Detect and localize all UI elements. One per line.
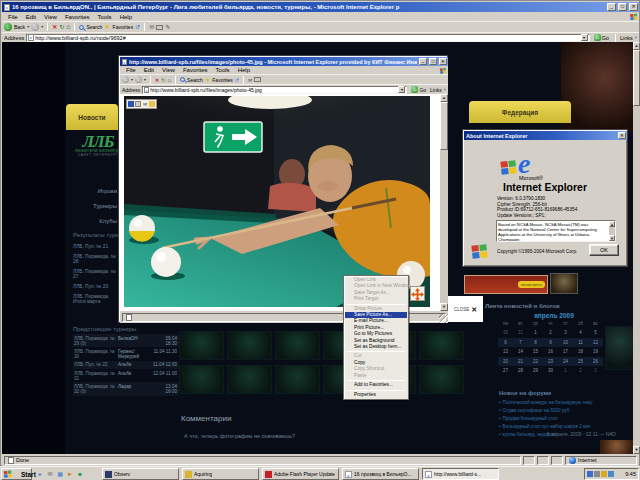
calendar-day[interactable]: 1 — [528, 328, 543, 338]
forum-topic-link[interactable]: •куплю бильярд, недорого — [499, 432, 617, 437]
close-button[interactable]: ✕ — [618, 132, 626, 139]
main-scrollbar[interactable]: ▲ ▼ — [633, 42, 640, 454]
calendar-day[interactable]: 22 — [528, 357, 543, 367]
search-icon[interactable] — [180, 77, 185, 82]
calendar-day[interactable]: 8 — [528, 338, 543, 348]
calendar-day[interactable]: 10 — [558, 338, 573, 348]
menu-item-help[interactable]: Help — [116, 14, 136, 20]
refresh-icon[interactable]: ↻ — [59, 24, 64, 30]
address-dropdown-icon[interactable]: ▾ — [581, 34, 588, 41]
menu-item-view[interactable]: View — [158, 67, 179, 73]
history-icon[interactable]: ↺ — [135, 24, 140, 30]
forward-icon[interactable]: → — [135, 76, 142, 83]
minimize-button[interactable]: _ — [419, 58, 427, 65]
calendar-day[interactable]: 24 — [558, 357, 573, 367]
print-icon[interactable] — [254, 77, 261, 82]
taskbar-task[interactable]: ehttp://www.billiard-s... — [422, 468, 499, 480]
close-button[interactable]: ✕ — [629, 3, 638, 11]
taskbar-task[interactable]: e16 прозвищ в БильярО... — [342, 468, 419, 480]
forum-topic-link[interactable]: •Поэтический конкурс на бильярдную тему — [499, 400, 617, 405]
address-input[interactable] — [35, 34, 579, 41]
menu-item-edit[interactable]: Edit — [22, 14, 40, 20]
mail-icon[interactable]: ✉ — [46, 469, 54, 479]
calendar-day[interactable]: 23 — [543, 357, 558, 367]
tournament-link[interactable]: ЛЛБ. Пул. № 22 — [74, 362, 116, 367]
calendar-day[interactable]: 31 — [513, 328, 528, 338]
security-lock-icon[interactable] — [601, 471, 607, 477]
home-icon[interactable]: ⌂ — [167, 77, 171, 83]
expand-image-icon[interactable] — [410, 286, 425, 301]
calendar-day[interactable]: 18 — [573, 347, 588, 357]
forum-topic-link[interactable]: •Бильярдный стол пул набор шаров 2 кия — [499, 424, 617, 429]
scroll-down-icon[interactable]: ▼ — [609, 235, 615, 241]
photo-thumbnail[interactable] — [227, 365, 272, 394]
result-item[interactable]: ЛЛБ. Пирамида. № 27 — [73, 269, 118, 280]
print-image-icon[interactable] — [135, 101, 141, 107]
links-label[interactable]: Links — [430, 87, 442, 93]
menu-item-favorites[interactable]: Favorites — [179, 67, 212, 73]
menu-item-tools[interactable]: Tools — [212, 67, 234, 73]
tournament-link[interactable]: ЛЛБ. Пирамида. № 31 — [74, 371, 116, 381]
address-field[interactable]: e ▾ — [26, 34, 589, 42]
result-item[interactable]: ЛЛБ. Пирамида. Итоги марта — [73, 294, 118, 305]
stop-icon[interactable]: ✕ — [52, 24, 57, 30]
license-scrollbar[interactable]: ▲ ▼ — [609, 221, 615, 241]
calendar-day[interactable]: 20 — [498, 357, 513, 367]
calendar-day[interactable]: 1 — [558, 366, 573, 376]
tournament-link[interactable]: ЛЛБ. Пирамида. № 30 — [74, 349, 116, 359]
close-icon[interactable]: ✕ — [471, 306, 477, 313]
minimize-button[interactable]: _ — [607, 3, 616, 11]
context-item[interactable]: Properties — [345, 392, 407, 398]
menu-item-help[interactable]: Help — [234, 67, 254, 73]
favorites-icon[interactable]: ★ — [104, 24, 110, 30]
calendar-day[interactable]: 14 — [513, 347, 528, 357]
photo-thumbnail[interactable] — [419, 331, 464, 360]
calendar-day[interactable]: 3 — [588, 366, 603, 376]
context-item[interactable]: Set as Desktop Item... — [345, 344, 407, 350]
messenger-icon[interactable]: ☻ — [76, 469, 84, 479]
taskbar-clock[interactable]: 9:45 — [625, 471, 636, 477]
calendar-day[interactable]: 9 — [543, 338, 558, 348]
site-logo[interactable]: ЛЛБ ЛЮБИТЕЛИ БИЛЬЯРДА САНКТ-ПЕТЕРБУРГ — [74, 134, 122, 180]
menu-item-favorites[interactable]: Favorites — [61, 14, 94, 20]
scroll-down-icon[interactable]: ▼ — [440, 303, 448, 311]
popup-scrollbar[interactable]: ▲ ▼ — [440, 94, 448, 311]
forum-topic-link[interactable]: •Продам бильярдный стол — [499, 416, 617, 421]
ad-button[interactable]: посмотреть — [518, 281, 545, 288]
calendar-day[interactable]: 11 — [573, 338, 588, 348]
mail-icon[interactable]: ✉ — [149, 24, 154, 30]
calendar-day[interactable]: 29 — [528, 366, 543, 376]
photo-thumbnail[interactable] — [179, 331, 224, 360]
result-item[interactable]: ЛЛБ. Пул. № 20 — [73, 284, 118, 290]
volume-icon[interactable] — [608, 471, 614, 477]
home-icon[interactable]: ⌂ — [66, 24, 70, 30]
popup-title-bar[interactable]: e http://www.billiard-spb.ru/files/image… — [120, 57, 448, 66]
calendar-day[interactable]: 4 — [573, 328, 588, 338]
result-item[interactable]: ЛЛБ. Пул. № 21 — [73, 244, 118, 250]
media-player-icon[interactable]: ► — [66, 469, 74, 479]
calendar-day[interactable]: 7 — [513, 338, 528, 348]
close-button[interactable]: ✕ — [439, 58, 447, 65]
tab-news[interactable]: Новости — [66, 104, 118, 130]
nav-link[interactable]: Турниры — [62, 199, 117, 214]
history-icon[interactable]: ↺ — [235, 77, 239, 83]
menu-item-edit[interactable]: Edit — [140, 67, 158, 73]
email-image-icon[interactable]: ✉ — [142, 101, 148, 107]
links-chevron-icon[interactable]: » — [444, 88, 446, 92]
calendar-day[interactable]: 30 — [498, 328, 513, 338]
links-chevron-icon[interactable]: » — [635, 36, 637, 40]
nav-link[interactable]: Клубы — [62, 214, 117, 229]
calendar-day[interactable]: 28 — [513, 366, 528, 376]
calendar-day[interactable]: 26 — [588, 357, 603, 367]
my-pictures-icon[interactable] — [149, 101, 155, 107]
maximize-button[interactable]: □ — [618, 3, 627, 11]
calendar-day[interactable]: 27 — [498, 366, 513, 376]
about-title-bar[interactable]: About Internet Explorer ✕ — [464, 131, 627, 140]
print-icon[interactable] — [156, 25, 163, 30]
address-input[interactable] — [150, 86, 397, 93]
calendar-day[interactable]: 30 — [543, 366, 558, 376]
maximize-button[interactable]: □ — [429, 58, 437, 65]
scroll-thumb[interactable] — [440, 102, 448, 150]
scroll-down-icon[interactable]: ▼ — [633, 446, 640, 454]
calendar-day[interactable]: 2 — [543, 328, 558, 338]
